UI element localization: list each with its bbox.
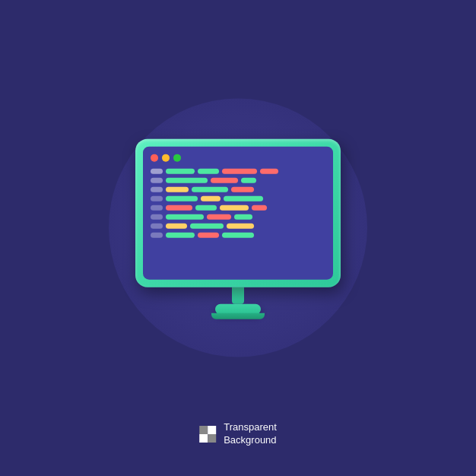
code-bar (151, 214, 163, 219)
monitor-base-bottom (211, 313, 265, 319)
code-bar (198, 168, 219, 173)
code-bar (220, 205, 249, 210)
code-bar (151, 232, 163, 237)
monitor-screen (143, 147, 333, 280)
code-bar (166, 232, 195, 237)
code-bar (195, 205, 217, 210)
code-bar (252, 205, 267, 210)
code-bar (222, 168, 257, 173)
code-row (151, 177, 325, 183)
code-bar (166, 177, 208, 182)
code-bar (201, 195, 221, 201)
code-bar (151, 205, 163, 210)
code-row (151, 232, 325, 238)
close-dot (151, 154, 158, 162)
code-bar (190, 223, 224, 228)
code-bar (207, 214, 231, 219)
code-bar (151, 177, 163, 182)
code-bar (166, 195, 198, 201)
code-bar (227, 223, 254, 228)
monitor-neck (232, 287, 244, 304)
scene: Transparent Background (0, 0, 476, 476)
checker-sq1 (199, 426, 208, 434)
monitor-wrapper (135, 139, 341, 319)
code-row (151, 214, 325, 220)
code-bar (166, 223, 187, 228)
code-row (151, 223, 325, 229)
maximize-dot (173, 154, 181, 162)
code-bar (231, 186, 254, 192)
code-row (151, 186, 325, 192)
code-bar (151, 195, 163, 201)
code-bar (234, 214, 252, 219)
code-bar (211, 177, 238, 182)
code-bar (224, 195, 263, 201)
code-bar (260, 168, 278, 173)
checker-sq2 (208, 426, 216, 434)
code-bar (151, 168, 163, 173)
code-bar (166, 186, 189, 192)
code-row (151, 205, 325, 211)
monitor-body (135, 139, 341, 287)
code-bar (241, 177, 256, 182)
code-bar (151, 186, 163, 192)
code-bar (166, 205, 192, 210)
code-lines (151, 168, 325, 238)
checker-icon (199, 426, 216, 443)
minimize-dot (162, 154, 170, 162)
checker-sq4 (208, 434, 216, 443)
bottom-label: Transparent Background (199, 421, 277, 447)
code-bar (198, 232, 219, 237)
checker-sq3 (199, 434, 208, 443)
code-row (151, 195, 325, 202)
code-bar (192, 186, 228, 192)
code-row (151, 168, 325, 174)
code-bar (222, 232, 254, 237)
code-bar (166, 168, 195, 173)
label-line2: Background (224, 434, 277, 447)
code-bar (151, 223, 163, 228)
label-line1: Transparent (224, 421, 277, 434)
label-text: Transparent Background (224, 421, 277, 447)
code-bar (166, 214, 204, 219)
window-dots (151, 154, 325, 162)
